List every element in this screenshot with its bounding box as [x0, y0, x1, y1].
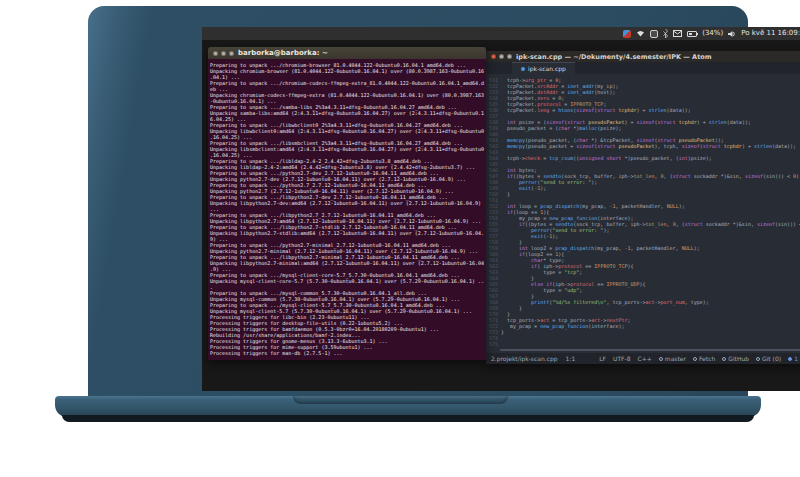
bluetooth-icon[interactable]	[663, 29, 668, 38]
base-notch	[293, 396, 508, 404]
volume-icon[interactable]	[728, 30, 736, 38]
terminal-line: Unpacking libpython2.7-minimal:amd64 (2.…	[210, 260, 484, 266]
terminal-window: barborka@barborka: ~ Preparing to unpack…	[208, 47, 486, 360]
terminal-titlebar[interactable]: barborka@barborka: ~	[208, 47, 486, 59]
maximize-button[interactable]	[229, 51, 234, 56]
status-item-lf[interactable]: LF	[599, 355, 606, 362]
modified-dot-icon	[521, 67, 525, 71]
status-cursor-position[interactable]: 1:1	[566, 355, 576, 362]
mail-icon[interactable]	[673, 30, 682, 37]
atom-tab-bar: ipk-scan.cpp	[486, 62, 800, 74]
horizontal-scrollbar[interactable]	[500, 349, 800, 351]
terminal-line: Unpacking mysql-client-core-5.7 (5.7.30-…	[210, 278, 484, 284]
sync-icon	[693, 357, 697, 361]
status-item-git-0-[interactable]: Git (0)	[756, 355, 781, 362]
status-item-master[interactable]: master	[659, 355, 686, 362]
terminal-line: Unpacking samba-libs:amd64 (2:4.3.11+dfs…	[210, 110, 484, 116]
code-line: 542 memcpy(pseudo_packet + sizeof(struct…	[486, 143, 800, 149]
wifi-icon[interactable]	[636, 30, 645, 37]
terminal-output[interactable]: Preparing to unpack .../chromium-browser…	[208, 59, 486, 360]
status-item-fetch[interactable]: Fetch	[693, 355, 715, 362]
clock[interactable]: Po kvě 11 16:09:29	[741, 27, 800, 40]
updater-icon[interactable]	[623, 30, 631, 38]
system-tray: (34%) Po kvě 11 16:09:29	[623, 27, 800, 40]
battery-icon[interactable]	[687, 31, 697, 37]
terminal-line: Unpacking chromium-browser (81.0.4044.12…	[210, 68, 484, 74]
terminal-title: barborka@barborka: ~	[238, 49, 328, 57]
atom-window-buttons	[491, 54, 512, 59]
laptop-bottom-strip	[62, 415, 754, 422]
screen: (34%) Po kvě 11 16:09:29	[202, 27, 800, 391]
status-item-1-update[interactable]: 1 update	[788, 355, 800, 362]
status-item-c-[interactable]: C++	[638, 355, 652, 362]
keyboard-indicator-icon[interactable]	[650, 30, 658, 38]
battery-percent[interactable]: (34%)	[702, 27, 723, 40]
atom-titlebar[interactable]: ipk-scan.cpp — ~/Dokumenty/4.semester/IP…	[486, 51, 800, 62]
laptop-lid: (34%) Po kvě 11 16:09:29	[88, 6, 748, 398]
laptop-base	[55, 396, 761, 417]
atom-window: ipk-scan.cpp — ~/Dokumenty/4.semester/IP…	[486, 51, 800, 364]
tab-ipk-scan-cpp[interactable]: ipk-scan.cpp	[512, 62, 575, 74]
status-file-path[interactable]: 2.projekt/ipk-scan.cpp	[491, 355, 558, 362]
git-branch-icon	[659, 357, 663, 361]
terminal-line: Unpacking libpython2.7-stdlib:amd64 (2.7…	[210, 230, 484, 236]
terminal-line: Unpacking libpython2.7-dev:amd64 (2.7.12…	[210, 200, 484, 206]
status-right: LFUTF-8C++masterFetchGitHubGit (0)1 upda…	[599, 355, 800, 362]
line-number: 575	[486, 341, 501, 347]
code-lines: 531 tcph->urg_ptr = 0;532 tcpPacket.srcA…	[486, 74, 800, 347]
laptop-mockup: (34%) Po kvě 11 16:09:29	[0, 0, 800, 477]
minimize-button[interactable]	[221, 51, 226, 56]
atom-window-title: ipk-scan.cpp — ~/Dokumenty/4.semester/IP…	[516, 53, 712, 61]
status-item-utf-8[interactable]: UTF-8	[613, 355, 631, 362]
maximize-button[interactable]	[507, 54, 512, 59]
package-icon	[788, 357, 792, 361]
top-panel: (34%) Po kvě 11 16:09:29	[202, 27, 800, 40]
minimize-button[interactable]	[499, 54, 504, 59]
close-button[interactable]	[213, 51, 218, 56]
close-button[interactable]	[491, 54, 496, 59]
git-icon	[756, 357, 760, 361]
terminal-window-buttons	[213, 51, 234, 56]
github-icon	[722, 357, 726, 361]
code-line: 575	[486, 341, 800, 347]
status-item-github[interactable]: GitHub	[722, 355, 749, 362]
atom-status-bar: 2.projekt/ipk-scan.cpp 1:1 LFUTF-8C++mas…	[486, 353, 800, 364]
terminal-line: Processing triggers for man-db (2.7.5-1)…	[210, 350, 484, 356]
tab-label: ipk-scan.cpp	[528, 65, 566, 72]
terminal-line: Preparing to unpack .../chromium-codecs-…	[210, 80, 484, 86]
code-editor[interactable]: 531 tcph->urg_ptr = 0;532 tcpPacket.srcA…	[486, 74, 800, 353]
